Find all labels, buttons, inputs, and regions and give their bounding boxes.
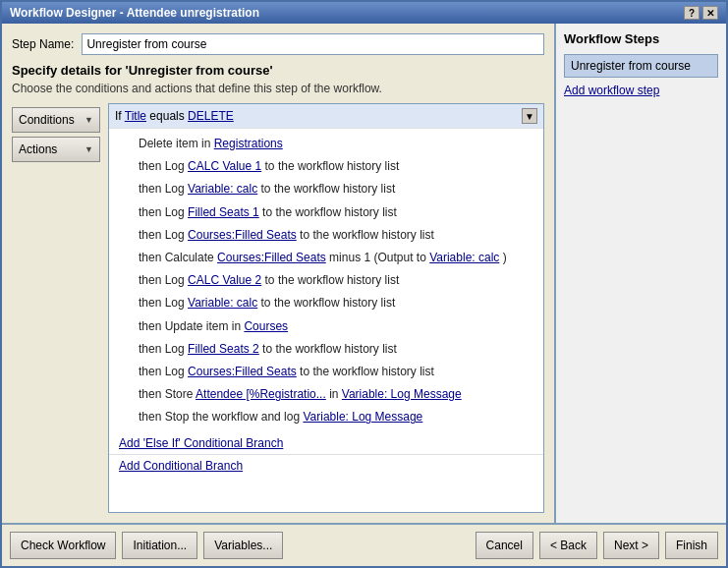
workflow-content: Conditions ▼ Actions ▼ If Title equals: [12, 103, 544, 513]
next-button[interactable]: Next >: [603, 532, 659, 559]
variable-calc1-link[interactable]: Variable: calc: [188, 182, 257, 196]
condition-value-link[interactable]: DELETE: [188, 109, 234, 123]
add-else-row: Add 'Else If' Conditional Branch: [109, 432, 543, 454]
list-item: then Update item in Courses: [109, 315, 543, 338]
title-controls: ? ✕: [684, 6, 718, 20]
conditions-arrow-icon: ▼: [84, 115, 93, 125]
variable-log-message-link[interactable]: Variable: Log Message: [342, 387, 462, 401]
filled-seats1-link[interactable]: Filled Seats 1: [188, 205, 259, 219]
calc-value1-link[interactable]: CALC Value 1: [188, 159, 261, 173]
add-conditional-branch-link[interactable]: Add Conditional Branch: [119, 459, 243, 473]
courses-filled-seats1-link[interactable]: Courses:Filled Seats: [188, 228, 297, 242]
list-item: then Log CALC Value 1 to the workflow hi…: [109, 155, 543, 178]
main-panel: Step Name: Specify details for 'Unregist…: [2, 24, 554, 523]
cancel-button[interactable]: Cancel: [476, 532, 533, 559]
calc-value2-link[interactable]: CALC Value 2: [188, 273, 261, 287]
list-item: then Log Courses:Filled Seats to the wor…: [109, 361, 543, 383]
actions-list: Delete item in Registrations then Log CA…: [109, 129, 543, 432]
list-item: then Log Variable: calc to the workflow …: [109, 292, 543, 314]
courses-filled-seats-calc-link[interactable]: Courses:Filled Seats: [217, 251, 326, 264]
bottom-bar: Check Workflow Initiation... Variables..…: [2, 523, 726, 566]
back-button[interactable]: < Back: [539, 532, 597, 559]
check-workflow-button[interactable]: Check Workflow: [10, 532, 116, 559]
finish-button[interactable]: Finish: [665, 532, 718, 559]
content-area: Step Name: Specify details for 'Unregist…: [2, 24, 726, 523]
actions-button[interactable]: Actions ▼: [12, 137, 100, 162]
add-workflow-step-link[interactable]: Add workflow step: [564, 84, 718, 97]
variable-log-message2-link[interactable]: Variable: Log Message: [303, 410, 422, 424]
registrations-link[interactable]: Registrations: [214, 137, 283, 150]
workflow-steps-sidebar: Workflow Steps Unregister from course Ad…: [554, 24, 726, 523]
step-name-input[interactable]: [82, 33, 544, 55]
list-item: Delete item in Registrations: [109, 133, 543, 155]
list-item: then Store Attendee [%Registratio... in …: [109, 383, 543, 406]
left-buttons: Conditions ▼ Actions ▼: [12, 103, 100, 513]
list-item: then Calculate Courses:Filled Seats minu…: [109, 247, 543, 269]
condition-row: If Title equals DELETE ▼: [109, 104, 543, 129]
variable-calc3-link[interactable]: Variable: calc: [188, 296, 257, 310]
actions-arrow-icon: ▼: [84, 144, 93, 154]
help-button[interactable]: ?: [684, 6, 700, 20]
condition-field-link[interactable]: Title: [125, 109, 146, 123]
condition-dropdown[interactable]: ▼: [522, 108, 537, 124]
sidebar-title: Workflow Steps: [564, 31, 718, 46]
close-button[interactable]: ✕: [702, 6, 718, 20]
step-name-label: Step Name:: [12, 37, 74, 51]
initiation-button[interactable]: Initiation...: [122, 532, 197, 559]
sidebar-step-item[interactable]: Unregister from course: [564, 54, 718, 78]
courses-filled-seats2-link[interactable]: Courses:Filled Seats: [188, 365, 297, 378]
list-item: then Stop the workflow and log Variable:…: [109, 406, 543, 428]
list-item: then Log Filled Seats 1 to the workflow …: [109, 201, 543, 224]
filled-seats2-link[interactable]: Filled Seats 2: [188, 342, 259, 356]
conditions-button[interactable]: Conditions ▼: [12, 107, 100, 133]
list-item: then Log Courses:Filled Seats to the wor…: [109, 224, 543, 247]
add-conditional-branch-row: Add Conditional Branch: [109, 454, 543, 477]
attendee-link[interactable]: Attendee [%Registratio...: [196, 387, 326, 401]
section-subtitle: Choose the conditions and actions that d…: [12, 82, 544, 95]
condition-text: If Title equals DELETE: [115, 109, 234, 123]
variables-button[interactable]: Variables...: [203, 532, 283, 559]
courses-link[interactable]: Courses: [244, 319, 288, 333]
list-item: then Log Filled Seats 2 to the workflow …: [109, 338, 543, 361]
list-item: then Log Variable: calc to the workflow …: [109, 178, 543, 200]
step-name-row: Step Name:: [12, 33, 544, 55]
list-item: then Log CALC Value 2 to the workflow hi…: [109, 269, 543, 292]
section-title: Specify details for 'Unregister from cou…: [12, 63, 544, 78]
main-window: Workflow Designer - Attendee unregistrat…: [0, 0, 728, 568]
variable-calc2-link[interactable]: Variable: calc: [429, 251, 499, 264]
window-title: Workflow Designer - Attendee unregistrat…: [10, 6, 259, 20]
workflow-box: If Title equals DELETE ▼ Delete item in …: [108, 103, 544, 513]
title-bar: Workflow Designer - Attendee unregistrat…: [2, 2, 726, 24]
add-else-link[interactable]: Add 'Else If' Conditional Branch: [119, 436, 283, 450]
